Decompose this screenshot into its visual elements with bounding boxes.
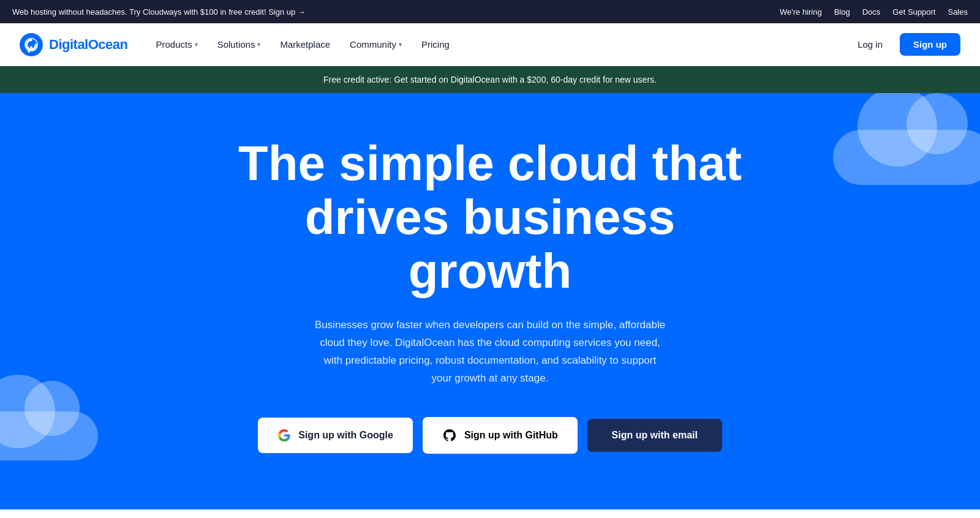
signup-button[interactable]: Sign up (900, 33, 960, 56)
announcement-label: Web hosting without headaches. Try Cloud… (12, 7, 306, 17)
top-nav-sales[interactable]: Sales (948, 7, 968, 17)
hero-title: The simple cloud that drives business gr… (227, 137, 753, 298)
signup-google-button[interactable]: Sign up with Google (258, 418, 413, 453)
google-icon (277, 429, 291, 442)
chevron-down-icon: ▾ (257, 41, 260, 48)
nav-pricing-label: Pricing (421, 39, 450, 50)
chevron-down-icon: ▾ (195, 41, 198, 48)
top-nav-docs[interactable]: Docs (862, 7, 881, 17)
nav-marketplace-label: Marketplace (280, 39, 330, 50)
navbar: DigitalOcean Products ▾ Solutions ▾ Mark… (0, 23, 980, 66)
nav-item-solutions[interactable]: Solutions ▾ (209, 34, 270, 54)
cloud-decoration-right (833, 130, 980, 185)
top-nav-links: We're hiring Blog Docs Get Support Sales (780, 7, 968, 17)
nav-products-label: Products (156, 39, 192, 50)
hero-cta-buttons: Sign up with Google Sign up with GitHub … (258, 417, 722, 454)
logo-text: DigitalOcean (49, 37, 127, 53)
credit-banner-text: Free credit active: Get started on Digit… (323, 75, 657, 84)
nav-item-pricing[interactable]: Pricing (413, 34, 458, 54)
chevron-down-icon: ▾ (399, 41, 402, 48)
nav-solutions-label: Solutions (217, 39, 255, 50)
hero-section: The simple cloud that drives business gr… (0, 93, 980, 509)
btn-email-label: Sign up with email (612, 430, 698, 441)
nav-right: Log in Sign up (850, 33, 960, 56)
signup-github-button[interactable]: Sign up with GitHub (423, 417, 578, 454)
top-nav-blog[interactable]: Blog (834, 7, 850, 17)
hero-subtitle: Businesses grow faster when developers c… (312, 317, 668, 388)
nav-item-products[interactable]: Products ▾ (147, 34, 206, 54)
nav-item-community[interactable]: Community ▾ (341, 34, 410, 54)
logo-link[interactable]: DigitalOcean (20, 33, 127, 56)
cloud-decoration-left (0, 411, 98, 460)
credit-banner: Free credit active: Get started on Digit… (0, 66, 980, 93)
signup-email-button[interactable]: Sign up with email (587, 419, 722, 452)
nav-links: Products ▾ Solutions ▾ Marketplace Commu… (147, 34, 850, 54)
nav-community-label: Community (350, 39, 396, 50)
top-nav-hiring[interactable]: We're hiring (780, 7, 822, 17)
nav-item-marketplace[interactable]: Marketplace (271, 34, 339, 54)
announcement-text[interactable]: Web hosting without headaches. Try Cloud… (12, 7, 306, 17)
login-link[interactable]: Log in (850, 34, 890, 54)
github-icon (442, 428, 457, 443)
btn-google-label: Sign up with Google (298, 430, 393, 441)
btn-github-label: Sign up with GitHub (464, 430, 558, 441)
top-nav-support[interactable]: Get Support (892, 7, 935, 17)
announcement-bar: Web hosting without headaches. Try Cloud… (0, 0, 980, 23)
digitalocean-logo-icon (20, 33, 43, 56)
